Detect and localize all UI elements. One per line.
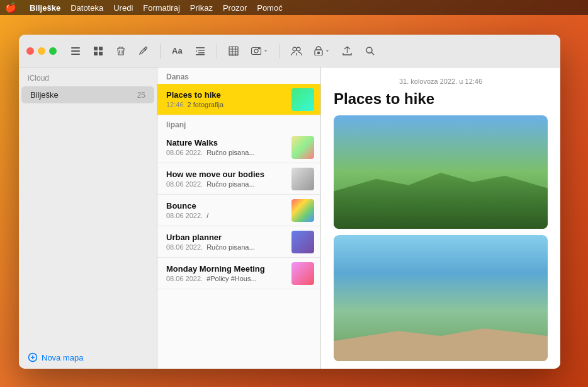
share-button[interactable] bbox=[339, 42, 356, 60]
sidebar-icloud-label: iCloud bbox=[19, 67, 157, 86]
note-meta: 12:46 2 fotografija bbox=[166, 101, 312, 108]
lock-button[interactable] bbox=[310, 42, 334, 60]
note-item-nature-walks[interactable]: Nature Walks 08.06 2022. Ručno pisana... bbox=[157, 132, 320, 163]
note-preview: #Policy #Hous... bbox=[206, 275, 256, 282]
note-item-how-we-move[interactable]: How we move our bodies 08.06 2022. Ručno… bbox=[157, 163, 320, 195]
svg-rect-5 bbox=[94, 52, 98, 55]
svg-rect-0 bbox=[71, 47, 80, 49]
toolbar-separator-3 bbox=[280, 43, 280, 59]
note-meta: 08.06 2022. Ručno pisana... bbox=[166, 149, 312, 156]
sidebar-folder-count: 25 bbox=[137, 91, 145, 100]
svg-point-21 bbox=[317, 52, 319, 54]
note-item-bounce[interactable]: Bounce 08.06 2022. / bbox=[157, 195, 320, 226]
note-title: Monday Morning Meeting bbox=[166, 264, 312, 274]
indent-button[interactable] bbox=[191, 42, 209, 60]
search-button[interactable] bbox=[361, 42, 379, 60]
sidebar-folder-name: Bilješke bbox=[30, 90, 59, 100]
note-date: 08.06 2022. bbox=[166, 243, 203, 251]
notes-list: Danas Places to hike 12:46 2 fotografija… bbox=[157, 67, 321, 369]
note-thumbnail bbox=[291, 199, 314, 222]
section-today: Danas bbox=[157, 67, 320, 84]
note-image-1 bbox=[334, 115, 548, 229]
note-thumbnail bbox=[291, 262, 314, 285]
menu-help[interactable]: Pomoć bbox=[257, 3, 282, 13]
svg-rect-4 bbox=[99, 47, 103, 50]
note-meta: 08.06 2022. Ručno pisana... bbox=[166, 243, 312, 251]
compose-button[interactable] bbox=[135, 42, 152, 60]
svg-rect-3 bbox=[94, 47, 98, 50]
note-item-places-to-hike[interactable]: Places to hike 12:46 2 fotografija bbox=[157, 84, 320, 115]
note-title: Urban planner bbox=[166, 233, 312, 242]
note-title: Bounce bbox=[166, 201, 312, 211]
content-area: iCloud Bilješke 25 Nova mapa Danas Place… bbox=[19, 67, 560, 369]
svg-rect-6 bbox=[99, 52, 103, 55]
note-title: Places to hike bbox=[166, 90, 312, 100]
svg-rect-10 bbox=[196, 54, 205, 55]
note-meta: 08.06 2022. #Policy #Hous... bbox=[166, 275, 312, 282]
svg-rect-8 bbox=[198, 50, 205, 51]
note-thumbnail bbox=[291, 136, 314, 159]
menu-view[interactable]: Prikaz bbox=[190, 3, 213, 13]
note-detail-images bbox=[334, 115, 548, 361]
note-image-2 bbox=[334, 235, 548, 361]
format-button[interactable]: Aa bbox=[168, 42, 186, 60]
note-preview: 2 fotografija bbox=[188, 101, 223, 108]
svg-rect-9 bbox=[198, 52, 205, 54]
table-button[interactable] bbox=[225, 42, 242, 60]
menubar: 🍎 Bilješke Datoteka Uredi Formatiraj Pri… bbox=[0, 0, 588, 15]
note-thumbnail bbox=[291, 168, 314, 190]
note-preview: / bbox=[206, 212, 208, 219]
new-folder-button[interactable]: Nova mapa bbox=[19, 346, 157, 369]
note-thumbnail bbox=[291, 88, 314, 111]
apple-menu[interactable]: 🍎 bbox=[5, 2, 17, 13]
collaborate-button[interactable] bbox=[288, 42, 305, 60]
svg-rect-2 bbox=[71, 54, 80, 55]
list-view-button[interactable] bbox=[67, 42, 84, 60]
maximize-button[interactable] bbox=[49, 47, 57, 55]
menu-file[interactable]: Datoteka bbox=[71, 3, 103, 13]
note-date: 08.06 2022. bbox=[166, 180, 203, 188]
note-date: 08.06 2022. bbox=[166, 275, 203, 282]
delete-button[interactable] bbox=[112, 42, 130, 60]
svg-rect-7 bbox=[196, 47, 205, 49]
toolbar-separator-1 bbox=[160, 43, 161, 59]
note-meta: 08.06 2022. / bbox=[166, 212, 312, 219]
note-title: How we move our bodies bbox=[166, 170, 312, 179]
format-label: Aa bbox=[172, 46, 183, 55]
photo-button[interactable] bbox=[247, 42, 272, 60]
note-detail-title[interactable]: Places to hike bbox=[334, 90, 548, 108]
close-button[interactable] bbox=[26, 47, 34, 55]
note-detail: 31. kolovoza 2022. u 12:46 Places to hik… bbox=[321, 67, 560, 369]
note-item-monday-morning[interactable]: Monday Morning Meeting 08.06 2022. #Poli… bbox=[157, 258, 320, 289]
sidebar: iCloud Bilješke 25 Nova mapa bbox=[19, 67, 157, 369]
note-title: Nature Walks bbox=[166, 138, 312, 147]
menu-format[interactable]: Formatiraj bbox=[143, 3, 180, 13]
toolbar: Aa bbox=[19, 35, 560, 67]
sidebar-item-notes[interactable]: Bilješke 25 bbox=[21, 86, 154, 103]
svg-point-19 bbox=[258, 48, 259, 49]
note-date: 08.06 2022. bbox=[166, 212, 203, 219]
note-item-urban-planner[interactable]: Urban planner 08.06 2022. Ručno pisana..… bbox=[157, 226, 320, 258]
note-date: 12:46 bbox=[166, 101, 184, 108]
svg-point-22 bbox=[366, 47, 372, 53]
note-preview: Ručno pisana... bbox=[206, 149, 254, 156]
note-thumbnail bbox=[291, 231, 314, 253]
svg-line-23 bbox=[371, 52, 374, 55]
note-preview: Ručno pisana... bbox=[206, 180, 254, 188]
note-date: 08.06 2022. bbox=[166, 149, 203, 156]
note-detail-date: 31. kolovoza 2022. u 12:46 bbox=[334, 78, 548, 85]
note-meta: 08.06 2022. Ručno pisana... bbox=[166, 180, 312, 188]
section-june: lipanj bbox=[157, 115, 320, 132]
notes-window: Aa bbox=[19, 35, 560, 369]
note-preview: Ručno pisana... bbox=[206, 243, 254, 251]
svg-point-18 bbox=[254, 49, 258, 53]
menu-window[interactable]: Prozor bbox=[223, 3, 247, 13]
toolbar-separator-2 bbox=[217, 43, 217, 59]
menu-edit[interactable]: Uredi bbox=[113, 3, 133, 13]
menu-notes[interactable]: Bilješke bbox=[30, 3, 60, 13]
traffic-lights bbox=[26, 47, 57, 55]
svg-rect-1 bbox=[71, 50, 80, 52]
grid-view-button[interactable] bbox=[89, 42, 107, 60]
minimize-button[interactable] bbox=[38, 47, 45, 55]
new-folder-label: Nova mapa bbox=[42, 353, 83, 362]
